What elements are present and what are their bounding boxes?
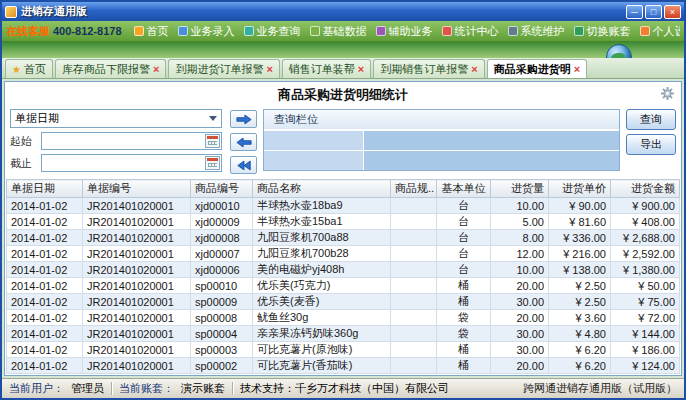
cell-unit-price: ¥ 90.00: [549, 198, 611, 214]
menu-item-label: 系统维护: [521, 24, 565, 39]
col-doc-no[interactable]: 单据编号: [83, 180, 191, 198]
tab-label: 销售订单装帮: [289, 62, 355, 77]
col-unit-price[interactable]: 进货单价: [549, 180, 611, 198]
end-date-input[interactable]: [41, 154, 222, 172]
table-row[interactable]: 2014-01-02 JR201401020001 sp00009 优乐美(麦香…: [7, 294, 680, 310]
tech-support-text: 技术支持：千乡万才科技（中国）有限公司: [240, 381, 449, 396]
query-field-row[interactable]: [264, 150, 619, 170]
tab[interactable]: ★ 首页: [5, 59, 53, 78]
settings-gear-icon[interactable]: [661, 87, 674, 100]
current-user-value: 管理员: [71, 381, 104, 396]
menu-item-label: 首页: [147, 24, 169, 39]
query-field-name-cell[interactable]: [264, 151, 364, 170]
cell-unit-price: ¥ 81.60: [549, 214, 611, 230]
move-all-left-button[interactable]: [230, 156, 257, 174]
cell-product-name: 鱿鱼丝30g: [253, 310, 391, 326]
close-button[interactable]: ×: [664, 5, 681, 19]
cell-unit: 桶: [437, 342, 491, 358]
table-row[interactable]: 2014-01-02 JR201401020001 sp00002 可比克薯片(…: [7, 358, 680, 374]
calendar-icon[interactable]: [205, 134, 220, 148]
cell-doc-date: 2014-01-02: [7, 342, 83, 358]
menu-item-icon: [244, 26, 254, 36]
menu-item[interactable]: 业务录入: [174, 22, 239, 41]
export-button[interactable]: 导出: [626, 134, 676, 155]
tab[interactable]: 商品采购进货明 ×: [487, 59, 587, 78]
menu-item[interactable]: 切换账套: [570, 22, 635, 41]
cell-product-name: 可比克薯片(香茄味): [253, 358, 391, 374]
tab-close-icon[interactable]: ×: [153, 64, 159, 74]
col-product-spec[interactable]: 商品规..: [391, 180, 437, 198]
cell-product-name: 半球热水壶18ba9: [253, 198, 391, 214]
table-row[interactable]: 2014-01-02 JR201401020001 sp00004 亲亲果冻钙奶…: [7, 326, 680, 342]
query-field-name-cell[interactable]: [264, 131, 364, 150]
menu-item[interactable]: 个人设置: [636, 22, 680, 41]
cell-product-code: sp00009: [191, 294, 253, 310]
table-row[interactable]: 2014-01-02 JR201401020001 xjd00007 九阳豆浆机…: [7, 246, 680, 262]
move-left-button[interactable]: [230, 133, 257, 151]
field-selector-dropdown[interactable]: 单据日期: [10, 109, 222, 128]
cell-amount: ¥ 144.00: [611, 326, 680, 342]
table-row[interactable]: 2014-01-02 JR201401020001 sp00003 可比克薯片(…: [7, 342, 680, 358]
col-product-code[interactable]: 商品编号: [191, 180, 253, 198]
current-account-label: 当前账套：: [119, 381, 174, 396]
menu-item[interactable]: 基础数据: [306, 22, 371, 41]
cell-qty: 30.00: [491, 342, 549, 358]
menu-item[interactable]: 辅助业务: [372, 22, 437, 41]
table-row[interactable]: 2014-01-02 JR201401020001 xjd00010 半球热水壶…: [7, 198, 680, 214]
table-row[interactable]: 2014-01-02 JR201401020001 xjd00006 美的电磁炉…: [7, 262, 680, 278]
tab-close-icon[interactable]: ×: [358, 64, 364, 74]
query-field-value-cell[interactable]: [364, 131, 619, 150]
cell-qty: 12.00: [491, 246, 549, 262]
menu-item[interactable]: 业务查询: [240, 22, 305, 41]
query-field-row[interactable]: [264, 130, 619, 150]
table-row[interactable]: 2014-01-02 JR201401020001 sp00008 鱿鱼丝30g…: [7, 310, 680, 326]
filter-area: 单据日期 起始 截止: [5, 106, 681, 178]
tab[interactable]: 销售订单装帮 ×: [282, 59, 371, 78]
tab-close-icon[interactable]: ×: [471, 64, 477, 74]
menu-item[interactable]: 系统维护: [504, 22, 569, 41]
calendar-icon[interactable]: [205, 156, 220, 170]
minimize-button[interactable]: ─: [626, 5, 643, 19]
table-row[interactable]: 2014-01-02 JR201401020001 xjd00008 九阳豆浆机…: [7, 230, 680, 246]
menu-item[interactable]: 统计中心: [438, 22, 503, 41]
tab[interactable]: 库存商品下限报警 ×: [55, 59, 166, 78]
move-right-button[interactable]: [230, 110, 257, 128]
cell-doc-no: JR201401020001: [83, 214, 191, 230]
tab[interactable]: 到期销售订单报警 ×: [373, 59, 484, 78]
current-account-value: 演示账套: [181, 381, 225, 396]
query-field-value-cell[interactable]: [364, 151, 619, 170]
table-row[interactable]: 2014-01-02 JR201401020001 sp00010 优乐美(巧克…: [7, 278, 680, 294]
cell-amount: ¥ 72.00: [611, 310, 680, 326]
tab-close-icon[interactable]: ×: [266, 64, 272, 74]
status-separator: [111, 382, 112, 395]
online-service-phone: 400-812-8178: [53, 25, 122, 37]
tab-label: 到期销售订单报警: [380, 62, 468, 77]
tab-close-icon[interactable]: ×: [574, 64, 580, 74]
query-button[interactable]: 查询: [626, 109, 676, 130]
table-row[interactable]: 2014-01-02 JR201401020001 xjd00009 半球热水壶…: [7, 214, 680, 230]
cell-doc-date: 2014-01-02: [7, 294, 83, 310]
menu-item[interactable]: 首页: [130, 22, 173, 41]
col-doc-date[interactable]: 单据日期: [7, 180, 83, 198]
cell-qty: 8.00: [491, 230, 549, 246]
cell-unit-price: ¥ 2.50: [549, 278, 611, 294]
report-title: 商品采购进货明细统计: [5, 82, 681, 106]
status-bar: 当前用户： 管理员 当前账套： 演示账套 技术支持：千乡万才科技（中国）有限公司…: [2, 378, 684, 398]
menu-bar: 在线客服 400-812-8178 首页 业务录入 业务查询: [2, 21, 684, 42]
cell-doc-no: JR201401020001: [83, 262, 191, 278]
maximize-button[interactable]: □: [645, 5, 662, 19]
menu-item-label: 统计中心: [455, 24, 499, 39]
col-product-name[interactable]: 商品名称: [253, 180, 391, 198]
col-unit[interactable]: 基本单位: [437, 180, 491, 198]
col-amount[interactable]: 进货金额: [611, 180, 680, 198]
cell-qty: 20.00: [491, 310, 549, 326]
online-service[interactable]: 在线客服 400-812-8178: [6, 24, 122, 39]
start-date-input[interactable]: [41, 132, 222, 150]
cell-amount: ¥ 75.00: [611, 294, 680, 310]
menu-item-icon: [134, 26, 144, 36]
tab[interactable]: 到期进货订单报警 ×: [168, 59, 279, 78]
cell-doc-date: 2014-01-02: [7, 214, 83, 230]
results-grid: 单据日期 单据编号 商品编号 商品名称 商品规.. 基本单位 进货量 进货单价 …: [5, 178, 681, 375]
col-qty[interactable]: 进货量: [491, 180, 549, 198]
cell-product-name: 九阳豆浆机700b28: [253, 246, 391, 262]
